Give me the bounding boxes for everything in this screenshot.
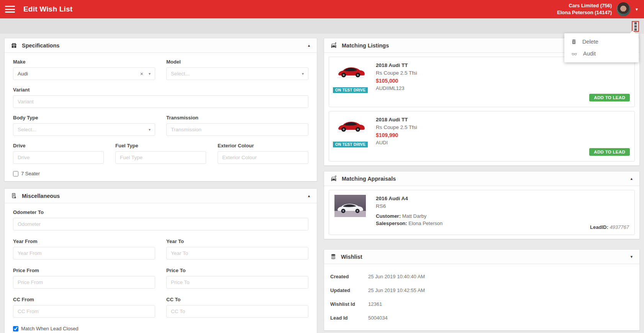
on-test-drive-badge: ON TEST DRIVE xyxy=(333,87,368,93)
odometer-to-label: Odometer To xyxy=(13,209,308,215)
panel-title: Miscellaneous xyxy=(22,193,60,199)
glasses-icon xyxy=(571,51,578,57)
cc-from-input[interactable] xyxy=(13,305,155,318)
match-when-lead-closed-label: Match When Lead Closed xyxy=(21,326,79,331)
page-title: Edit Wish List xyxy=(23,5,72,13)
drive-input[interactable] xyxy=(13,151,104,164)
menu-item-label: Delete xyxy=(582,39,598,45)
variant-label: Variant xyxy=(13,87,308,93)
collapse-up-icon[interactable]: ▲ xyxy=(307,44,311,47)
exterior-colour-input[interactable] xyxy=(218,151,308,164)
listing-subtitle: Rs Coupe 2.5 Tfsi xyxy=(376,124,417,131)
miscellaneous-panel: i Miscellaneous ▲ Odometer To Year From … xyxy=(4,188,317,333)
wishlist-row-label: Updated xyxy=(330,287,368,293)
matching-appraisals-panel-header[interactable]: Matching Appraisals ▲ xyxy=(324,171,639,186)
model-select[interactable]: Select... ▾ xyxy=(166,67,308,80)
left-column: Specifications ▲ Make Audi × ▾ Model xyxy=(4,38,317,333)
car-icon xyxy=(330,175,337,182)
menu-item-audit[interactable]: Audit xyxy=(564,47,639,59)
body-type-select[interactable]: Select... ▾ xyxy=(13,123,155,136)
cc-from-label: CC From xyxy=(13,297,155,302)
listing-card: ON TEST DRIVE 2018 Audi TT Rs Coupe 2.5 … xyxy=(329,57,635,107)
price-to-label: Price To xyxy=(166,268,308,273)
cc-to-input[interactable] xyxy=(166,305,308,318)
fuel-type-label: Fuel Type xyxy=(115,143,206,149)
transmission-input[interactable] xyxy=(166,123,308,136)
collapse-down-icon[interactable]: ▼ xyxy=(630,255,633,259)
add-to-lead-button[interactable]: ADD TO LEAD xyxy=(589,94,630,101)
panel-title: Matching Listings xyxy=(342,42,389,49)
miscellaneous-icon: i xyxy=(11,193,17,199)
exterior-colour-label: Exterior Colour xyxy=(218,143,308,149)
appraisal-photo[interactable] xyxy=(334,195,366,217)
price-from-input[interactable] xyxy=(13,276,155,289)
make-value: Audi xyxy=(18,71,28,77)
variant-input[interactable] xyxy=(13,95,308,108)
user-block: Cars Limited (756) Elona Peterson (14147… xyxy=(557,2,644,16)
add-to-lead-button[interactable]: ADD TO LEAD xyxy=(589,148,630,156)
miscellaneous-panel-header[interactable]: i Miscellaneous ▲ xyxy=(5,189,317,203)
clear-icon[interactable]: × xyxy=(140,71,143,77)
make-select[interactable]: Audi × ▾ xyxy=(13,67,155,80)
user-avatar[interactable] xyxy=(616,2,630,16)
panel-title: Matching Appraisals xyxy=(342,176,396,182)
transmission-label: Transmission xyxy=(166,115,308,121)
menu-item-delete[interactable]: Delete xyxy=(564,36,639,47)
gift-icon xyxy=(11,42,17,49)
specifications-panel: Specifications ▲ Make Audi × ▾ Model xyxy=(4,38,317,181)
listing-subtitle: Rs Coupe 2.5 Tfsi xyxy=(376,70,417,77)
listing-stock-code: AUDI xyxy=(376,139,417,146)
listing-photo[interactable] xyxy=(334,62,366,82)
panel-title: Specifications xyxy=(22,42,59,49)
odometer-input[interactable] xyxy=(13,218,308,230)
wishlist-panel: Wishlist ▼ Created 25 Jun 2019 10:40:40 … xyxy=(324,249,640,331)
user-menu-caret-icon[interactable]: ▼ xyxy=(635,7,639,11)
car-icon xyxy=(330,42,337,49)
listing-price: $109,990 xyxy=(376,132,417,139)
wishlist-row: Lead Id 5004034 xyxy=(330,311,633,325)
price-from-label: Price From xyxy=(13,268,155,273)
hamburger-menu-icon[interactable] xyxy=(5,6,15,13)
model-placeholder: Select... xyxy=(171,71,190,77)
appraisal-card: 2016 Audi A4 RS6 Customer: Matt Darby Sa… xyxy=(329,190,635,235)
account-name: Cars Limited (756) xyxy=(557,2,612,9)
context-menu: Delete Audit xyxy=(564,33,639,62)
fuel-type-input[interactable] xyxy=(115,151,206,164)
seven-seater-label: 7 Seater xyxy=(21,171,40,176)
listing-photo[interactable] xyxy=(334,116,366,136)
price-to-input[interactable] xyxy=(166,276,308,289)
year-from-input[interactable] xyxy=(13,247,155,260)
wishlist-row: Wishlist Id 12361 xyxy=(330,297,633,311)
wishlist-row-label: Created xyxy=(330,274,368,279)
seven-seater-option: 7 Seater xyxy=(13,171,308,176)
dropdown-caret-icon[interactable]: ▾ xyxy=(149,127,151,132)
listing-stock-code: AUDIIML123 xyxy=(376,85,417,92)
wishlist-row-label: Lead Id xyxy=(330,315,368,321)
body-type-placeholder: Select... xyxy=(18,127,36,132)
appraisal-title: 2016 Audi A4 xyxy=(376,195,442,202)
app-header: Edit Wish List Cars Limited (756) Elona … xyxy=(0,0,644,18)
wishlist-panel-header[interactable]: Wishlist ▼ xyxy=(324,250,639,264)
listing-card: ON TEST DRIVE 2018 Audi TT Rs Coupe 2.5 … xyxy=(329,111,635,162)
appraisal-customer: Customer: Matt Darby xyxy=(376,212,442,220)
make-label: Make xyxy=(13,59,155,65)
dropdown-caret-icon[interactable]: ▾ xyxy=(302,72,304,76)
wishlist-row-value: 25 Jun 2019 10:42:55 AM xyxy=(368,287,425,293)
model-label: Model xyxy=(166,59,308,65)
drive-label: Drive xyxy=(13,143,104,149)
matching-appraisals-panel: Matching Appraisals ▲ xyxy=(324,171,640,239)
dropdown-caret-icon[interactable]: ▾ xyxy=(149,72,151,76)
more-options-button[interactable] xyxy=(632,21,639,32)
seven-seater-checkbox[interactable] xyxy=(13,171,18,176)
year-to-input[interactable] xyxy=(166,247,308,260)
cc-to-label: CC To xyxy=(166,297,308,302)
match-when-lead-closed-checkbox[interactable] xyxy=(13,326,18,331)
menu-item-label: Audit xyxy=(583,51,596,57)
collapse-up-icon[interactable]: ▲ xyxy=(307,194,311,198)
year-from-label: Year From xyxy=(13,238,155,244)
collapse-up-icon[interactable]: ▲ xyxy=(630,177,633,181)
appraisal-salesperson: Salesperson: Elona Peterson xyxy=(376,220,442,227)
right-column: Matching Listings ON TEST DRIVE 2018 xyxy=(324,38,640,331)
specifications-panel-header[interactable]: Specifications ▲ xyxy=(5,38,317,53)
appraisal-subtitle: RS6 xyxy=(376,203,442,210)
